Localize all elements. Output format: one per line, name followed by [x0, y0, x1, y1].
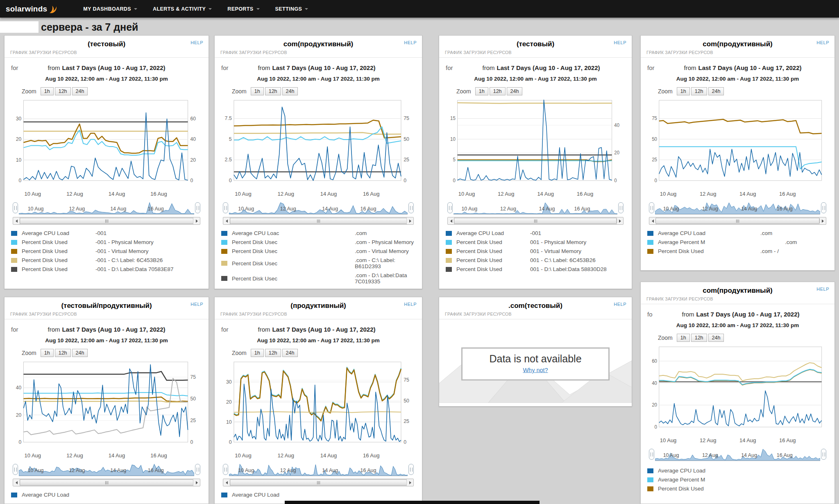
scroll-right-arrow[interactable]	[616, 217, 623, 224]
zoom-12h-button[interactable]: 12h	[265, 87, 281, 95]
zoom-12h-button[interactable]: 12h	[265, 349, 281, 357]
scrollbar[interactable]	[223, 217, 414, 225]
zoom-1h-button[interactable]: 1h	[677, 87, 690, 95]
legend-swatch	[221, 231, 227, 236]
legend-item: Percent Disk Used	[647, 486, 828, 492]
scroll-right-arrow[interactable]	[193, 479, 200, 486]
zoom-12h-button[interactable]: 12h	[490, 87, 506, 95]
range-slider-right-handle[interactable]	[821, 202, 826, 213]
range-slider-left-handle[interactable]	[13, 202, 18, 213]
scrollbar-thumb[interactable]	[20, 479, 193, 486]
nav-my-dashboards[interactable]: MY DASHBOARDS	[83, 6, 137, 12]
line-chart[interactable]: 025507502040	[11, 359, 202, 452]
scrollbar[interactable]	[13, 479, 200, 486]
line-chart[interactable]: 025507502.557.5	[221, 98, 415, 190]
zoom-24h-button[interactable]: 24h	[708, 87, 724, 95]
zoom-24h-button[interactable]: 24h	[708, 334, 724, 342]
nav-alerts-activity[interactable]: ALERTS & ACTIVITY	[153, 6, 212, 12]
scroll-left-arrow[interactable]	[13, 479, 20, 486]
scrollbar-thumb[interactable]	[230, 218, 407, 224]
solarwinds-logo[interactable]: solarwinds	[6, 4, 57, 14]
zoom-12h-button[interactable]: 12h	[691, 87, 707, 95]
zoom-1h-button[interactable]: 1h	[251, 349, 264, 357]
panel-body: forfromLast 7 Days (Aug 10 - Aug 17, 202…	[5, 58, 209, 279]
zoom-controls: Zoom1h12h24h	[221, 87, 415, 95]
scroll-right-arrow[interactable]	[193, 217, 200, 224]
scroll-right-arrow[interactable]	[819, 217, 826, 224]
scroll-left-arrow[interactable]	[223, 217, 230, 224]
scroll-left-arrow[interactable]	[223, 479, 230, 486]
range-slider-right-handle[interactable]	[408, 464, 414, 475]
svg-text:10: 10	[226, 419, 232, 425]
scroll-right-arrow[interactable]	[406, 217, 413, 224]
line-chart[interactable]: 02550750102030	[221, 359, 415, 452]
scrollbar-thumb[interactable]	[230, 479, 407, 486]
svg-text:40: 40	[190, 137, 196, 142]
range-slider-left-handle[interactable]	[223, 464, 228, 475]
range-slider-minichart	[19, 463, 194, 476]
scrollbar-thumb[interactable]	[20, 218, 193, 224]
svg-text:50: 50	[404, 398, 409, 404]
x-tick: 16 Aug	[779, 191, 796, 197]
zoom-1h-button[interactable]: 1h	[41, 87, 54, 95]
svg-text:20: 20	[16, 137, 22, 142]
zoom-24h-button[interactable]: 24h	[282, 349, 298, 357]
range-slider[interactable]: 10 Aug12 Aug14 Aug16 Aug	[649, 201, 826, 216]
line-chart[interactable]: 0204060	[647, 344, 828, 436]
scrollbar[interactable]	[447, 217, 624, 225]
scrollbar[interactable]	[13, 217, 200, 225]
range-slider-right-handle[interactable]	[618, 202, 624, 213]
zoom-1h-button[interactable]: 1h	[475, 87, 488, 95]
range-slider-left-handle[interactable]	[649, 202, 654, 213]
zoom-24h-button[interactable]: 24h	[282, 87, 298, 95]
help-link[interactable]: HELP	[614, 302, 626, 307]
range-slider[interactable]: 10 Aug12 Aug14 Aug16 Aug	[13, 201, 200, 216]
range-slider-right-handle[interactable]	[195, 202, 200, 213]
line-chart[interactable]: 02040600102030	[11, 98, 202, 190]
nav-reports[interactable]: REPORTS	[227, 6, 259, 12]
range-slider-left-handle[interactable]	[649, 449, 654, 460]
range-slider[interactable]: 10 Aug12 Aug14 Aug16 Aug	[649, 447, 826, 462]
help-link[interactable]: HELP	[404, 302, 417, 307]
range-slider[interactable]: 10 Aug12 Aug14 Aug16 Aug	[13, 463, 200, 477]
line-chart[interactable]: 0255075	[647, 98, 828, 190]
zoom-12h-button[interactable]: 12h	[55, 87, 71, 95]
range-slider-left-handle[interactable]	[13, 464, 18, 475]
help-link[interactable]: HELP	[816, 287, 829, 292]
line-chart[interactable]: 02040051015	[446, 98, 625, 190]
help-link[interactable]: HELP	[614, 40, 626, 45]
scrollbar[interactable]	[649, 217, 826, 225]
resource-chart-panel-8: HELP com(продуктивный) ГРАФИК ЗАГРУЗКИ Р…	[640, 282, 835, 504]
zoom-12h-button[interactable]: 12h	[691, 334, 707, 342]
range-slider-right-handle[interactable]	[408, 202, 414, 213]
zoom-1h-button[interactable]: 1h	[251, 87, 264, 95]
why-not-link[interactable]: Why not?	[523, 366, 548, 373]
legend-label: Average CPU Load	[658, 230, 760, 236]
zoom-24h-button[interactable]: 24h	[72, 349, 88, 357]
scrollbar[interactable]	[223, 479, 414, 486]
range-slider-right-handle[interactable]	[821, 449, 826, 460]
chart-legend: Average CPU Loac.com Percent Disk Usec.c…	[221, 230, 415, 289]
range-slider-left-handle[interactable]	[223, 202, 228, 213]
help-link[interactable]: HELP	[190, 40, 203, 45]
zoom-12h-button[interactable]: 12h	[55, 349, 71, 357]
slider-date-label: 16 Aug	[574, 206, 590, 212]
scroll-right-arrow[interactable]	[406, 479, 413, 486]
zoom-1h-button[interactable]: 1h	[677, 334, 690, 342]
help-link[interactable]: HELP	[190, 302, 203, 307]
zoom-24h-button[interactable]: 24h	[72, 87, 88, 95]
range-slider[interactable]: 10 Aug12 Aug14 Aug16 Aug	[223, 201, 414, 216]
range-slider-right-handle[interactable]	[195, 464, 200, 475]
help-link[interactable]: HELP	[404, 40, 417, 45]
range-slider-left-handle[interactable]	[447, 202, 453, 213]
scrollbar-thumb[interactable]	[454, 218, 617, 224]
nav-settings[interactable]: SETTINGS	[275, 6, 308, 12]
help-link[interactable]: HELP	[816, 40, 829, 45]
range-slider[interactable]: 10 Aug12 Aug14 Aug16 Aug	[223, 463, 414, 477]
x-tick: 12 Aug	[66, 191, 83, 197]
scrollbar-thumb[interactable]	[655, 218, 820, 224]
scroll-left-arrow[interactable]	[13, 217, 20, 224]
zoom-1h-button[interactable]: 1h	[41, 349, 54, 357]
range-slider[interactable]: 10 Aug12 Aug14 Aug16 Aug	[447, 201, 624, 216]
zoom-24h-button[interactable]: 24h	[507, 87, 523, 95]
